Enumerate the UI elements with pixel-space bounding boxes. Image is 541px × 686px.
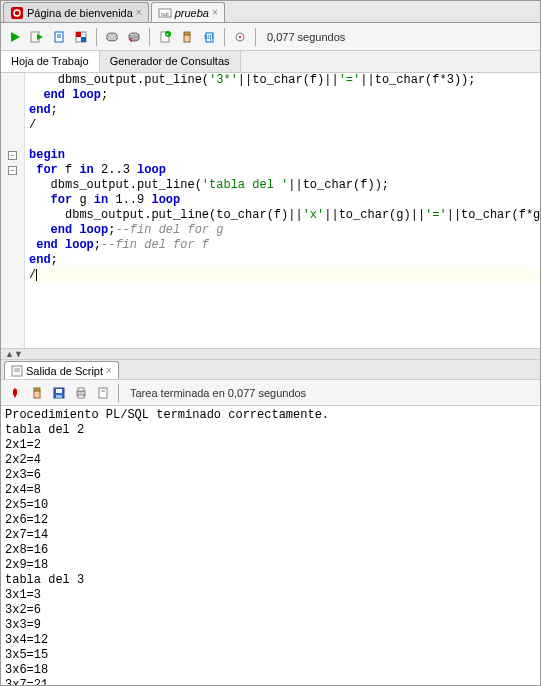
close-icon[interactable]: ×	[212, 7, 218, 18]
separator	[118, 384, 119, 402]
autotrace-button[interactable]	[71, 27, 91, 47]
code-line[interactable]: dbms_output.put_line('3*'||to_char(f)||'…	[29, 73, 540, 88]
svg-rect-32	[56, 389, 62, 393]
collapse-bar[interactable]: ▲▼	[1, 348, 540, 360]
run-button[interactable]	[5, 27, 25, 47]
main-toolbar: + sql 0,077 segundos	[1, 23, 540, 51]
clear-output-button[interactable]	[27, 383, 47, 403]
tab-worksheet[interactable]: Hoja de Trabajo	[1, 51, 100, 72]
code-line[interactable]: end loop;--fin del for g	[29, 223, 540, 238]
code-line[interactable]: dbms_output.put_line(to_char(f)||'x'||to…	[29, 208, 540, 223]
collapse-icon: ▲▼	[5, 349, 23, 359]
fold-icon[interactable]: −	[8, 166, 17, 175]
svg-rect-37	[99, 388, 107, 398]
tab-script-output[interactable]: Salida de Script ×	[4, 361, 119, 379]
file-tabs: Página de bienvenida × sql prueba ×	[1, 1, 540, 23]
print-button[interactable]	[71, 383, 91, 403]
output-status: Tarea terminada en 0,077 segundos	[130, 387, 306, 399]
svg-rect-33	[56, 395, 62, 398]
output-tab-label: Salida de Script	[26, 365, 103, 377]
code-line[interactable]: end;	[29, 253, 540, 268]
svg-point-23	[239, 36, 241, 38]
svg-rect-35	[78, 388, 84, 391]
code-line[interactable]: begin	[29, 148, 540, 163]
close-icon[interactable]: ×	[136, 7, 142, 18]
save-button[interactable]	[49, 383, 69, 403]
code-editor[interactable]: −− dbms_output.put_line('3*'||to_char(f)…	[1, 73, 540, 348]
gutter-row	[1, 208, 24, 223]
svg-rect-30	[34, 391, 40, 398]
svg-rect-12	[81, 37, 86, 42]
output-toolbar: Tarea terminada en 0,077 segundos	[1, 380, 540, 406]
code-line[interactable]: /	[29, 118, 540, 133]
export-button[interactable]	[93, 383, 113, 403]
separator	[255, 28, 256, 46]
pin-button[interactable]	[5, 383, 25, 403]
gutter-row	[1, 238, 24, 253]
gutter-row	[1, 133, 24, 148]
tab-query-builder[interactable]: Generador de Consultas	[100, 51, 241, 72]
svg-marker-6	[37, 34, 43, 40]
fold-icon[interactable]: −	[8, 151, 17, 160]
separator	[149, 28, 150, 46]
gutter-row	[1, 253, 24, 268]
svg-text:+: +	[166, 31, 169, 37]
svg-marker-4	[11, 32, 20, 42]
code-line[interactable]: /	[29, 268, 540, 283]
gutter-row	[1, 223, 24, 238]
code-line[interactable]	[29, 133, 540, 148]
svg-rect-19	[184, 35, 190, 42]
tuning-button[interactable]	[230, 27, 250, 47]
svg-rect-36	[78, 395, 84, 398]
gutter: −−	[1, 73, 25, 348]
tab-label: Página de bienvenida	[27, 7, 133, 19]
gutter-row	[1, 118, 24, 133]
gutter-row	[1, 268, 24, 283]
unshared-button[interactable]: +	[155, 27, 175, 47]
commit-button[interactable]	[102, 27, 122, 47]
sql-icon: sql	[158, 6, 172, 20]
worksheet-tabs: Hoja de Trabajo Generador de Consultas	[1, 51, 540, 73]
execution-time: 0,077 segundos	[267, 31, 345, 43]
clear-button[interactable]	[177, 27, 197, 47]
code-area[interactable]: dbms_output.put_line('3*'||to_char(f)||'…	[25, 73, 540, 348]
code-line[interactable]: for f in 2..3 loop	[29, 163, 540, 178]
explain-button[interactable]	[49, 27, 69, 47]
code-line[interactable]: for g in 1..9 loop	[29, 193, 540, 208]
output-tabs: Salida de Script ×	[1, 360, 540, 380]
code-line[interactable]: end loop;	[29, 88, 540, 103]
svg-text:sql: sql	[161, 11, 169, 17]
gutter-row	[1, 103, 24, 118]
gutter-row	[1, 73, 24, 88]
close-icon[interactable]: ×	[106, 365, 112, 376]
separator	[224, 28, 225, 46]
rollback-button[interactable]	[124, 27, 144, 47]
svg-rect-11	[76, 32, 81, 37]
script-icon	[11, 365, 23, 377]
gutter-row	[1, 88, 24, 103]
tab-welcome[interactable]: Página de bienvenida ×	[3, 2, 149, 22]
run-script-button[interactable]	[27, 27, 47, 47]
gutter-row: −	[1, 148, 24, 163]
oracle-icon	[10, 6, 24, 20]
gutter-row	[1, 178, 24, 193]
history-button[interactable]: sql	[199, 27, 219, 47]
gutter-row	[1, 193, 24, 208]
output-text[interactable]: Procedimiento PL/SQL terminado correctam…	[1, 406, 540, 685]
code-line[interactable]: end;	[29, 103, 540, 118]
code-line[interactable]: end loop;--fin del for f	[29, 238, 540, 253]
gutter-row: −	[1, 163, 24, 178]
tab-prueba[interactable]: sql prueba ×	[151, 2, 225, 22]
svg-rect-0	[11, 7, 23, 19]
svg-text:sql: sql	[204, 33, 213, 41]
code-line[interactable]: dbms_output.put_line('tabla del '||to_ch…	[29, 178, 540, 193]
separator	[96, 28, 97, 46]
tab-label: prueba	[175, 7, 209, 19]
